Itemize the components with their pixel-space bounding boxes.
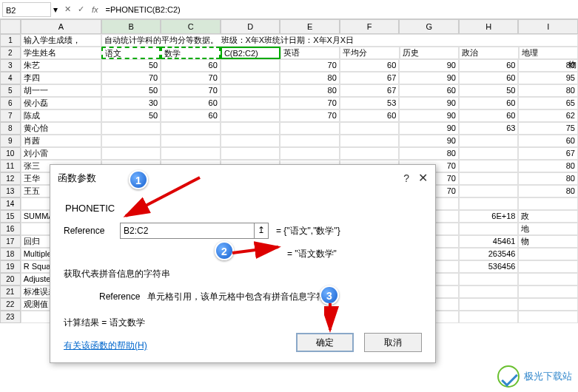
cell[interactable]: 67: [340, 72, 400, 84]
cell[interactable]: 胡一一: [21, 84, 101, 97]
cell[interactable]: 平均分: [340, 47, 399, 59]
cell[interactable]: 536456: [459, 260, 519, 273]
cell[interactable]: 65: [518, 97, 578, 109]
cell[interactable]: 60: [518, 135, 578, 147]
cell[interactable]: 60: [161, 97, 221, 109]
cancel-button[interactable]: 取消: [364, 333, 422, 352]
row-header[interactable]: 21: [0, 285, 21, 298]
cell[interactable]: 70: [280, 109, 340, 122]
row-header[interactable]: 22: [0, 298, 21, 311]
help-icon[interactable]: ?: [403, 172, 409, 184]
formula-confirm-icon[interactable]: ✓: [74, 4, 87, 14]
cell[interactable]: 50: [459, 84, 519, 97]
row-header[interactable]: 23: [0, 311, 21, 323]
name-box-dropdown[interactable]: ▾: [53, 4, 61, 15]
cell[interactable]: [459, 223, 519, 235]
cell[interactable]: 53: [340, 97, 400, 109]
cell[interactable]: [459, 285, 519, 298]
cell[interactable]: 90: [399, 59, 459, 72]
cell[interactable]: [518, 273, 578, 285]
cell[interactable]: [459, 197, 519, 210]
cell[interactable]: 90: [399, 72, 459, 84]
cell[interactable]: [340, 122, 400, 135]
cell[interactable]: 陈成: [21, 109, 101, 122]
cell[interactable]: 黄心怡: [21, 122, 101, 135]
cell[interactable]: 60: [161, 109, 221, 122]
col-header-D[interactable]: D: [221, 19, 280, 34]
cell[interactable]: 50: [101, 84, 161, 97]
col-header-F[interactable]: F: [340, 19, 400, 34]
cell[interactable]: [280, 147, 340, 160]
col-header-G[interactable]: G: [399, 19, 459, 34]
cell[interactable]: 朱艺: [21, 59, 101, 72]
cell[interactable]: 80: [399, 147, 459, 160]
row-header[interactable]: 10: [0, 147, 21, 160]
cell[interactable]: [459, 311, 519, 323]
cell[interactable]: 历史: [400, 47, 459, 59]
cell[interactable]: [161, 122, 221, 135]
cell[interactable]: 侯小磊: [21, 97, 101, 109]
cell[interactable]: [518, 285, 578, 298]
fx-icon[interactable]: fx: [87, 5, 103, 14]
row-header[interactable]: 7: [0, 109, 21, 122]
cell[interactable]: 60: [459, 59, 519, 72]
cell-selected[interactable]: 语文: [101, 47, 161, 59]
col-header-B[interactable]: B: [101, 19, 161, 34]
close-icon[interactable]: ✕: [418, 171, 428, 185]
cell[interactable]: 地理: [519, 47, 578, 59]
cell[interactable]: 肖茜: [21, 135, 101, 147]
reference-input[interactable]: [120, 223, 255, 239]
cell[interactable]: [280, 135, 340, 147]
cell[interactable]: 80: [518, 172, 578, 185]
cell[interactable]: 80: [518, 84, 578, 97]
row-header[interactable]: 2: [0, 47, 21, 59]
cell[interactable]: [101, 122, 161, 135]
row-header[interactable]: 3: [0, 59, 21, 72]
row-header[interactable]: 18: [0, 248, 21, 260]
ok-button[interactable]: 确定: [296, 333, 354, 352]
row-header[interactable]: 15: [0, 210, 21, 223]
cell[interactable]: [161, 135, 221, 147]
col-header-E[interactable]: E: [280, 19, 340, 34]
cell[interactable]: [221, 122, 280, 135]
cell[interactable]: 60: [459, 72, 519, 84]
cell[interactable]: 263546: [459, 248, 519, 260]
cell[interactable]: 学生姓名: [21, 47, 101, 59]
row-header[interactable]: 17: [0, 235, 21, 248]
cell[interactable]: 63: [459, 122, 519, 135]
cell[interactable]: 70: [161, 84, 221, 97]
row-header[interactable]: 16: [0, 223, 21, 235]
cell[interactable]: 70: [161, 72, 221, 84]
col-header-H[interactable]: H: [459, 19, 519, 34]
cell[interactable]: 60: [399, 84, 459, 97]
row-header[interactable]: 8: [0, 122, 21, 135]
cell[interactable]: 80: [518, 185, 578, 197]
range-selector-icon[interactable]: ↥: [254, 223, 269, 239]
cell[interactable]: [340, 147, 400, 160]
cell[interactable]: 80: [518, 160, 578, 172]
cell[interactable]: 90: [399, 122, 459, 135]
cell[interactable]: 物: [518, 235, 578, 248]
cell[interactable]: 政治: [459, 47, 518, 59]
row-header[interactable]: 14: [0, 197, 21, 210]
row-header[interactable]: 9: [0, 135, 21, 147]
help-link[interactable]: 有关该函数的帮助(H): [64, 340, 147, 351]
cell[interactable]: 刘小雷: [21, 147, 101, 160]
cell[interactable]: [221, 135, 280, 147]
cell[interactable]: 70: [101, 72, 161, 84]
col-header-A[interactable]: A: [21, 19, 101, 34]
cell[interactable]: 6E+18: [459, 210, 519, 223]
cell[interactable]: 90: [399, 135, 459, 147]
cell[interactable]: [161, 147, 221, 160]
col-header-I[interactable]: I: [518, 19, 578, 34]
cell[interactable]: 50: [101, 59, 161, 72]
cell[interactable]: [459, 298, 519, 311]
row-header[interactable]: 5: [0, 84, 21, 97]
cell[interactable]: 80: [280, 84, 340, 97]
cell[interactable]: 英语: [280, 47, 340, 59]
row-header[interactable]: 19: [0, 260, 21, 273]
cell[interactable]: 90: [399, 97, 459, 109]
cell[interactable]: [340, 135, 400, 147]
row-header[interactable]: 12: [0, 172, 21, 185]
select-all-corner[interactable]: [0, 19, 21, 34]
